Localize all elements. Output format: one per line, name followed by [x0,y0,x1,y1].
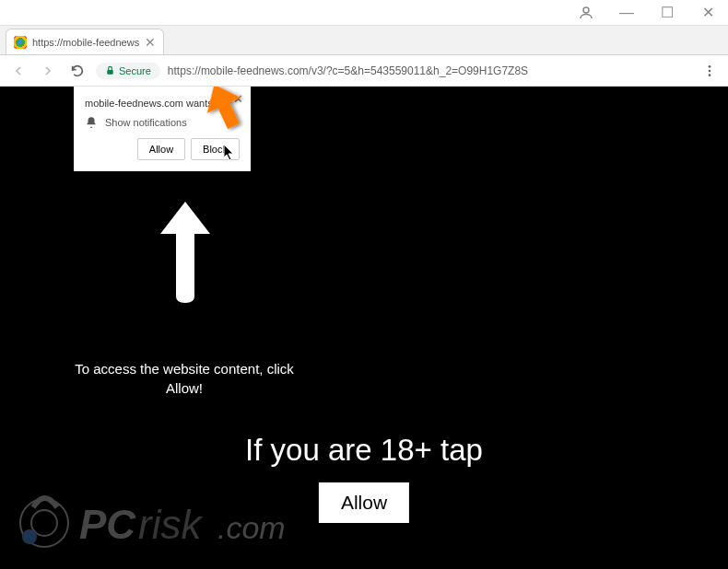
svg-text:.com: .com [217,510,286,545]
back-button[interactable] [7,60,29,82]
svg-point-3 [709,69,711,72]
window-titlebar: — ☐ ✕ [0,0,728,26]
notification-close-icon[interactable]: ✕ [233,92,243,106]
svg-point-4 [709,74,711,76]
svg-point-7 [22,529,37,544]
notification-action-label: Show notifications [105,117,187,128]
white-up-arrow-icon [153,197,217,308]
minimize-button[interactable]: — [606,0,647,25]
forward-button[interactable] [37,60,59,82]
svg-point-6 [31,510,57,536]
menu-button[interactable] [699,60,721,82]
pcrisk-watermark: PC risk .com [17,482,348,564]
svg-rect-1 [107,70,112,75]
svg-text:PC: PC [79,502,136,547]
address-bar: Secure [0,55,728,87]
account-icon[interactable] [566,0,606,25]
svg-point-2 [709,65,711,68]
notification-block-button[interactable]: Block [191,138,240,160]
lock-icon [105,65,115,75]
bell-icon [85,116,98,129]
browser-tab[interactable]: https://mobile-feednews ✕ [6,29,164,54]
reload-button[interactable] [66,60,88,82]
notification-site-label: mobile-feednews.com wants to [85,98,240,109]
page-viewport: ✕ mobile-feednews.com wants to Show noti… [0,87,728,569]
page-allow-button[interactable]: Allow [319,482,409,523]
svg-point-5 [20,499,68,547]
favicon-icon [14,36,27,49]
close-window-button[interactable]: ✕ [687,0,728,25]
notification-popup: ✕ mobile-feednews.com wants to Show noti… [74,87,251,171]
browser-window: — ☐ ✕ https://mobile-feednews ✕ Secure [0,0,728,569]
access-instruction-text: To access the website content, click All… [72,359,297,398]
svg-point-0 [583,7,589,13]
url-input[interactable] [168,64,691,77]
tab-bar: https://mobile-feednews ✕ [0,26,728,55]
svg-text:risk: risk [138,502,203,547]
secure-badge[interactable]: Secure [96,63,160,79]
secure-label: Secure [119,65,151,76]
tab-title: https://mobile-feednews [32,37,139,48]
tab-close-icon[interactable]: ✕ [145,35,156,50]
maximize-button[interactable]: ☐ [647,0,687,25]
notification-allow-button[interactable]: Allow [137,138,185,160]
age-verification-text: If you are 18+ tap [0,433,728,468]
